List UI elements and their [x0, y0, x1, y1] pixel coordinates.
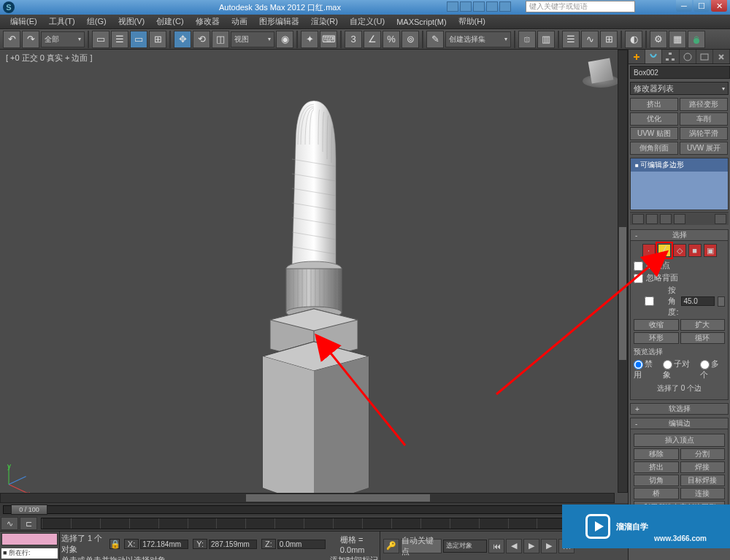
- viewport-scroll-h[interactable]: [0, 493, 615, 503]
- infocenter-btn[interactable]: [447, 1, 458, 12]
- maximize-button[interactable]: ☐: [694, 0, 710, 12]
- shrink-button[interactable]: 收缩: [634, 319, 679, 331]
- modbtn-lathe[interactable]: 车削: [680, 112, 728, 126]
- menu-maxscript[interactable]: MAXScript(M): [391, 18, 452, 26]
- menu-customize[interactable]: 自定义(U): [344, 16, 391, 27]
- radio-disable[interactable]: [634, 360, 643, 369]
- object-name-input[interactable]: [630, 66, 730, 79]
- tab-utilities[interactable]: [713, 50, 730, 64]
- show-end[interactable]: [646, 214, 658, 224]
- scale-button[interactable]: ◫: [212, 31, 229, 48]
- editnamed-button[interactable]: ✎: [426, 31, 444, 48]
- bridge-button[interactable]: 桥: [634, 488, 679, 499]
- goto-start[interactable]: ⏮: [488, 539, 504, 553]
- spinner-snap-button[interactable]: ⊚: [402, 31, 419, 48]
- search-input[interactable]: 键入关键字或短语: [526, 1, 635, 12]
- macro-rec[interactable]: ■ 所在行:: [1, 548, 58, 559]
- percent-snap-button[interactable]: %: [383, 31, 400, 48]
- remove-mod[interactable]: [674, 214, 685, 224]
- render-setup-button[interactable]: ⚙: [650, 31, 667, 48]
- insert-vertex-button[interactable]: 插入顶点: [634, 434, 725, 447]
- remove-button[interactable]: 移除: [634, 448, 679, 460]
- rollout-softsel[interactable]: 软选择: [630, 403, 729, 415]
- infocenter-btn5[interactable]: [499, 1, 511, 12]
- time-knob[interactable]: 0 / 100: [11, 505, 47, 515]
- lock-icon[interactable]: 🔒: [110, 539, 120, 549]
- modbtn-uvwmap[interactable]: UVW 贴图: [630, 127, 678, 140]
- menu-views[interactable]: 视图(V): [112, 16, 151, 27]
- schematic-button[interactable]: ⊞: [600, 31, 618, 48]
- chk-byvertex[interactable]: [634, 261, 643, 271]
- keymode-drop[interactable]: 选定对象: [443, 540, 487, 553]
- prev-frame[interactable]: ◀: [506, 539, 522, 553]
- loop-button[interactable]: 循环: [680, 332, 726, 344]
- keyboard-button[interactable]: ⌨: [320, 31, 337, 48]
- menu-tools[interactable]: 工具(T): [43, 16, 81, 27]
- tab-display[interactable]: [696, 50, 713, 64]
- pivot-button[interactable]: ◉: [276, 31, 293, 48]
- script-listener[interactable]: [1, 533, 58, 545]
- refcoord-drop[interactable]: 视图: [231, 31, 274, 47]
- menu-rendering[interactable]: 渲染(R): [305, 16, 344, 27]
- infocenter-btn4[interactable]: [486, 1, 498, 12]
- align-button[interactable]: ▥: [537, 31, 555, 48]
- radio-multi[interactable]: [700, 360, 710, 369]
- chk-ignoreback[interactable]: [634, 274, 643, 283]
- selection-filter-drop[interactable]: 全部: [41, 31, 85, 47]
- weld-button[interactable]: 焊接: [680, 461, 726, 473]
- mirror-button[interactable]: ⎅: [518, 31, 536, 48]
- modifier-stack[interactable]: 可编辑多边形: [630, 158, 729, 210]
- subobj-polygon[interactable]: ■: [688, 244, 702, 257]
- menu-edit[interactable]: 编辑(E): [4, 16, 43, 27]
- play-button[interactable]: ▶: [523, 539, 539, 553]
- coord-z[interactable]: [277, 540, 326, 549]
- snap-button[interactable]: 3: [345, 31, 362, 48]
- viewport-scroll-v[interactable]: [618, 50, 628, 493]
- viewport-label[interactable]: [ +0 正交 0 真实 + 边面 ]: [6, 53, 93, 64]
- infocenter-btn2[interactable]: [460, 1, 472, 12]
- manip-button[interactable]: ✦: [301, 31, 318, 48]
- select-name-button[interactable]: ☰: [111, 31, 128, 48]
- trackbar-tracks[interactable]: [41, 518, 625, 529]
- modifier-list-drop[interactable]: 修改器列表: [630, 82, 729, 95]
- rendered-frame-button[interactable]: ▦: [669, 31, 686, 48]
- rotate-button[interactable]: ⟲: [193, 31, 210, 48]
- tab-motion[interactable]: [680, 50, 696, 64]
- rollout-editedges[interactable]: 编辑边: [630, 418, 729, 429]
- layers-button[interactable]: ☰: [562, 31, 580, 48]
- select-region-button[interactable]: ▭: [130, 31, 147, 48]
- viewcube[interactable]: [583, 55, 619, 92]
- move-button[interactable]: ✥: [174, 31, 191, 48]
- key-toggle[interactable]: ⊏: [20, 517, 37, 530]
- material-editor-button[interactable]: ◐: [625, 31, 642, 48]
- subobj-edge[interactable]: ╱: [658, 244, 671, 257]
- menu-modifiers[interactable]: 修改器: [190, 16, 226, 27]
- curve-editor-button[interactable]: ∿: [581, 31, 599, 48]
- autokey-button[interactable]: 自动关键点: [401, 539, 442, 553]
- lock-sel[interactable]: 🔑: [383, 539, 399, 553]
- stack-editpoly[interactable]: 可编辑多边形: [631, 158, 728, 172]
- tab-hierarchy[interactable]: [662, 50, 679, 64]
- subobj-border[interactable]: ◇: [673, 244, 686, 257]
- menu-create[interactable]: 创建(C): [150, 16, 189, 27]
- minimize-button[interactable]: ─: [676, 0, 692, 12]
- radio-subobj[interactable]: [663, 360, 672, 369]
- byangle-input[interactable]: [681, 296, 715, 306]
- modbtn-optimize[interactable]: 优化: [630, 112, 678, 126]
- unique[interactable]: [660, 214, 672, 224]
- infocenter-btn3[interactable]: [473, 1, 485, 12]
- coord-y[interactable]: [209, 540, 257, 549]
- time-slider[interactable]: 0 / 100: [0, 503, 628, 516]
- modbtn-unwrap[interactable]: UVW 展开: [680, 142, 728, 155]
- subobj-vertex[interactable]: ·: [642, 244, 656, 257]
- window-crossing-button[interactable]: ⊞: [149, 31, 166, 48]
- close-button[interactable]: ✕: [711, 0, 727, 12]
- configure-sets[interactable]: [715, 214, 726, 224]
- modbtn-bevelprofile[interactable]: 倒角剖面: [630, 142, 678, 155]
- add-timetag[interactable]: 添加时间标记: [330, 555, 378, 560]
- coord-x[interactable]: [140, 540, 188, 549]
- tab-create[interactable]: [629, 50, 645, 64]
- select-button[interactable]: ▭: [92, 31, 110, 48]
- menu-animation[interactable]: 动画: [226, 16, 253, 27]
- menu-group[interactable]: 组(G): [81, 16, 112, 27]
